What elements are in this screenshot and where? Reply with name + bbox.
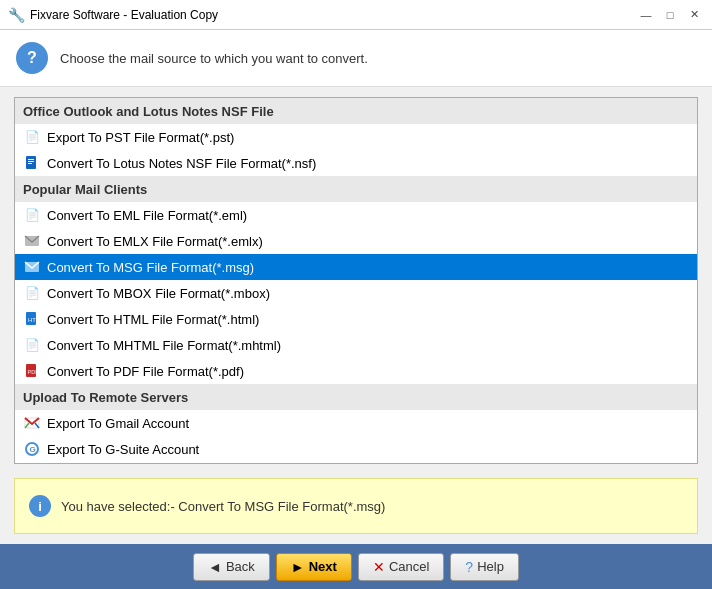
list-item-gmail[interactable]: Export To Gmail Account bbox=[15, 410, 697, 436]
list-text-cat1: Office Outlook and Lotus Notes NSF File bbox=[23, 104, 274, 119]
cancel-label: Cancel bbox=[389, 559, 429, 574]
list-item-cat3: Upload To Remote Servers bbox=[15, 384, 697, 410]
info-box: i You have selected:- Convert To MSG Fil… bbox=[14, 478, 698, 534]
list-text-msg: Convert To MSG File Format(*.msg) bbox=[47, 260, 254, 275]
list-item-msg[interactable]: Convert To MSG File Format(*.msg) bbox=[15, 254, 697, 280]
list-text-cat3: Upload To Remote Servers bbox=[23, 390, 188, 405]
maximize-button[interactable]: □ bbox=[660, 5, 680, 25]
help-icon: ? bbox=[465, 559, 473, 575]
svg-text:G: G bbox=[30, 445, 36, 454]
list-icon-msg bbox=[23, 258, 41, 276]
app-icon: 🔧 bbox=[8, 7, 24, 23]
list-item-html[interactable]: HTMLConvert To HTML File Format(*.html) bbox=[15, 306, 697, 332]
list-item-gsuite[interactable]: GExport To G-Suite Account bbox=[15, 436, 697, 462]
list-icon-eml: 📄 bbox=[23, 206, 41, 224]
header: ? Choose the mail source to which you wa… bbox=[0, 30, 712, 87]
list-icon-html: HTML bbox=[23, 310, 41, 328]
title-bar-controls: — □ ✕ bbox=[636, 5, 704, 25]
list-item-pst[interactable]: 📄Export To PST File Format(*.pst) bbox=[15, 124, 697, 150]
list-text-pst: Export To PST File Format(*.pst) bbox=[47, 130, 234, 145]
cancel-icon: ✕ bbox=[373, 559, 385, 575]
list-text-html: Convert To HTML File Format(*.html) bbox=[47, 312, 259, 327]
svg-rect-3 bbox=[28, 163, 32, 164]
list-text-nsf: Convert To Lotus Notes NSF File Format(*… bbox=[47, 156, 316, 171]
list-text-mhtml: Convert To MHTML File Format(*.mhtml) bbox=[47, 338, 281, 353]
list-text-gsuite: Export To G-Suite Account bbox=[47, 442, 199, 457]
info-text: You have selected:- Convert To MSG File … bbox=[61, 499, 385, 514]
title-bar-text: Fixvare Software - Evaluation Copy bbox=[30, 8, 636, 22]
minimize-button[interactable]: — bbox=[636, 5, 656, 25]
main-container: ? Choose the mail source to which you wa… bbox=[0, 30, 712, 589]
help-label: Help bbox=[477, 559, 504, 574]
list-container: Office Outlook and Lotus Notes NSF File📄… bbox=[14, 97, 698, 464]
svg-rect-1 bbox=[28, 159, 34, 160]
svg-text:HTML: HTML bbox=[28, 317, 40, 323]
list-item-cat1: Office Outlook and Lotus Notes NSF File bbox=[15, 98, 697, 124]
back-button[interactable]: ◄ Back bbox=[193, 553, 270, 581]
info-icon: i bbox=[29, 495, 51, 517]
list-item-mbox[interactable]: 📄Convert To MBOX File Format(*.mbox) bbox=[15, 280, 697, 306]
list-text-pdf: Convert To PDF File Format(*.pdf) bbox=[47, 364, 244, 379]
svg-text:PDF: PDF bbox=[28, 369, 40, 375]
list-item-pdf[interactable]: PDFConvert To PDF File Format(*.pdf) bbox=[15, 358, 697, 384]
list-text-cat2: Popular Mail Clients bbox=[23, 182, 147, 197]
list-icon-mbox: 📄 bbox=[23, 284, 41, 302]
list-text-gmail: Export To Gmail Account bbox=[47, 416, 189, 431]
footer-bar: ◄ Back ► Next ✕ Cancel ? Help bbox=[0, 544, 712, 589]
list-item-mhtml[interactable]: 📄Convert To MHTML File Format(*.mhtml) bbox=[15, 332, 697, 358]
next-button[interactable]: ► Next bbox=[276, 553, 352, 581]
list-item-emlx[interactable]: Convert To EMLX File Format(*.emlx) bbox=[15, 228, 697, 254]
svg-rect-0 bbox=[26, 156, 36, 169]
list-item-eml[interactable]: 📄Convert To EML File Format(*.eml) bbox=[15, 202, 697, 228]
close-button[interactable]: ✕ bbox=[684, 5, 704, 25]
list-scroll[interactable]: Office Outlook and Lotus Notes NSF File📄… bbox=[15, 98, 697, 463]
title-bar: 🔧 Fixvare Software - Evaluation Copy — □… bbox=[0, 0, 712, 30]
header-text: Choose the mail source to which you want… bbox=[60, 51, 368, 66]
next-icon: ► bbox=[291, 559, 305, 575]
list-text-mbox: Convert To MBOX File Format(*.mbox) bbox=[47, 286, 270, 301]
svg-rect-2 bbox=[28, 161, 34, 162]
list-icon-mhtml: 📄 bbox=[23, 336, 41, 354]
back-label: Back bbox=[226, 559, 255, 574]
list-icon-pst: 📄 bbox=[23, 128, 41, 146]
list-icon-gsuite: G bbox=[23, 440, 41, 458]
list-icon-gmail bbox=[23, 414, 41, 432]
cancel-button[interactable]: ✕ Cancel bbox=[358, 553, 444, 581]
next-label: Next bbox=[309, 559, 337, 574]
header-icon: ? bbox=[16, 42, 48, 74]
list-text-eml: Convert To EML File Format(*.eml) bbox=[47, 208, 247, 223]
list-icon-nsf bbox=[23, 154, 41, 172]
list-icon-pdf: PDF bbox=[23, 362, 41, 380]
back-icon: ◄ bbox=[208, 559, 222, 575]
list-item-nsf[interactable]: Convert To Lotus Notes NSF File Format(*… bbox=[15, 150, 697, 176]
list-item-cat2: Popular Mail Clients bbox=[15, 176, 697, 202]
list-text-emlx: Convert To EMLX File Format(*.emlx) bbox=[47, 234, 263, 249]
help-button[interactable]: ? Help bbox=[450, 553, 519, 581]
list-icon-emlx bbox=[23, 232, 41, 250]
